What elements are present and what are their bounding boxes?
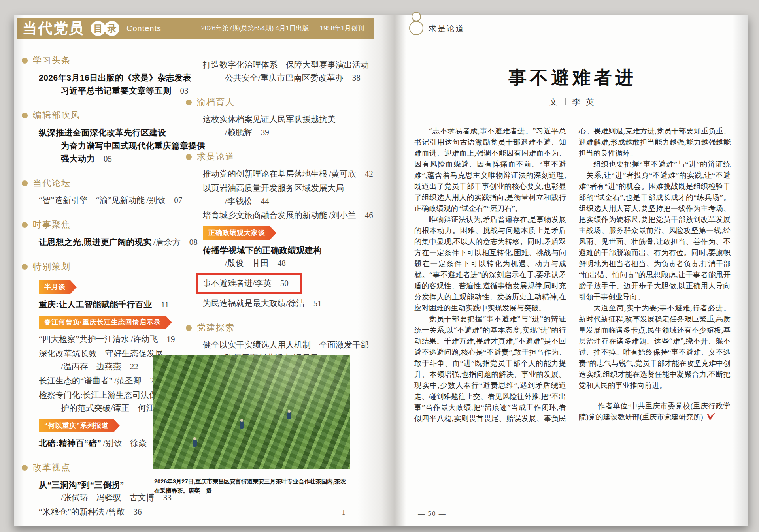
toc-entry: 从“三洞沟”到“三倒拐”/张侙瑃 冯驿驭 古文博33 xyxy=(22,478,164,504)
magazine-logo-icon xyxy=(706,412,716,422)
toc-entry: 培育城乡文旅商融合发展的新动能/刘小兰46 xyxy=(186,209,360,222)
contents-header-band: 当代党员 目 录 Contents 2026年第7期(总第654期) 4月1日出… xyxy=(17,18,374,39)
issue-line: 2026年第7期(总第654期) 4月1日出版 xyxy=(201,24,309,33)
article-paragraph: 组织也要把握“事不避难”与“进”的辩证统一关系,让“进”者投身“不避难”的实践,… xyxy=(579,159,731,303)
contents-english-label: Contents xyxy=(126,24,161,33)
article-title: 事不避难者进 xyxy=(414,66,731,90)
toc-entry-page: 05 xyxy=(104,152,112,165)
toc-entry-title: 2026年3月16日出版的《求是》杂志发表 xyxy=(39,71,191,84)
toc-entry-page: 51 xyxy=(313,297,322,310)
section-bullet-icon xyxy=(22,465,28,471)
toc-entry-line: 让思想之光,照进更广阔的现实/唐余方08 xyxy=(39,235,164,249)
byline-divider xyxy=(565,98,566,105)
toc-section: 特别策划 xyxy=(22,261,164,273)
left-page-number: — 1 — xyxy=(324,509,364,517)
toc-entry-page: 48 xyxy=(278,257,286,270)
toc-entry-page: 19 xyxy=(167,333,175,346)
toc-entry-title: /李钱松 xyxy=(225,195,252,208)
tea-rows-texture xyxy=(153,355,350,469)
magazine-brand-logo: 当代党员 xyxy=(22,19,85,38)
toc-badge: 春江何曾负·重庆长江生态回馈启示录 xyxy=(39,316,172,329)
toc-entry: 打造数字化治理体系 保障大型赛事演出活动公共安全/重庆市巴南区委改革办38 xyxy=(186,58,360,85)
toc-entry: “四大检察”共护一江清水/许幼飞19 xyxy=(22,333,164,346)
toc-entry-title: 北碚:精神百“碚” xyxy=(39,436,102,449)
toc-entry-title: 强大动力 xyxy=(61,152,95,165)
toc-circle-1: 目 xyxy=(91,21,106,36)
toc-entry-line: 以页岩油高质量开发服务区域发展大局 xyxy=(203,182,360,195)
toc-entry-line: “米粮仓”的新种法/曾敬36 xyxy=(39,506,164,519)
toc-entry: 传播学视域下的正确政绩观建构/殷俊 甘田48 xyxy=(186,244,360,270)
toc-entry-line: 北碚:精神百“碚”/别致 徐焱27 xyxy=(39,436,164,450)
section-bullet-icon xyxy=(186,325,192,331)
toc-entry-title: /赖鹏辉 xyxy=(225,126,252,139)
toc-entry-line: 2026年3月16日出版的《求是》杂志发表 xyxy=(39,71,164,84)
toc-section-label: 当代论坛 xyxy=(33,177,71,189)
tea-picker-figure xyxy=(193,440,197,447)
toc-section: 党建探索 xyxy=(186,322,360,334)
toc-badge: “何以重庆”系列报道 xyxy=(39,419,120,432)
section-bullet-icon xyxy=(186,154,192,160)
toc-entry-title: /温丙存 边燕燕 xyxy=(61,360,121,373)
toc-section-label: 学习头条 xyxy=(33,55,71,66)
article-paragraph: “志不求易者成,事不避难者进。”习近平总书记引用这句古语激励党员干部遇难不避、知… xyxy=(414,126,566,214)
toc-entry-title: 习近平总书记重要文章等五则 xyxy=(61,84,172,97)
toc-entry: 推动党的创新理论在基层落地生根/黄可欣42 xyxy=(186,167,360,180)
toc-entry-title: “四大检察”共护一江清水 xyxy=(39,333,129,346)
toc-entry-page: 46 xyxy=(365,209,373,222)
toc-entry-author: /范圣卿 xyxy=(114,374,142,387)
toc-section: 时事聚焦 xyxy=(22,219,164,231)
toc-entry: 为民造福就是最大政绩/徐洁51 xyxy=(186,297,360,310)
toc-entry-page: 39 xyxy=(261,126,269,139)
section-bullet-icon xyxy=(22,180,28,186)
toc-entry-author: /唐余方 xyxy=(153,236,181,249)
toc-entry-line: /张侙瑃 冯驿驭 古文博33 xyxy=(61,491,164,504)
toc-entry: 深化改革筑长效 守好生态促发展/温丙存 边燕燕22 xyxy=(22,347,164,373)
toc-entry-line: 检察专门化:长江上游生态司法保 xyxy=(39,389,164,402)
toc-entry-line: 护的范式突破/谭正 何江26 xyxy=(61,402,164,415)
toc-entry-line: 为奋力谱写中国式现代化重庆篇章提供 xyxy=(61,139,164,152)
byline-prefix: 文 xyxy=(549,97,559,107)
toc-entry-line: 这枚实体档案见证人民军队援越抗美 xyxy=(203,113,360,126)
toc-entry-title: 检察专门化:长江上游生态司法保 xyxy=(39,389,157,402)
toc-entry-title: 以页岩油高质量开发服务区域发展大局 xyxy=(203,182,344,195)
toc-entry-page: 22 xyxy=(130,360,138,373)
article-paragraph: 大道至简,实干为要;事不避难,行者必进。新时代新征程,改革发展稳定任务艰巨繁重,… xyxy=(579,303,731,391)
photo-caption-line2: 在采摘春茶。唐奕 摄 xyxy=(154,486,368,495)
section-bullet-icon xyxy=(22,264,28,270)
toc-entry-author: /别致 徐焱 xyxy=(103,437,147,450)
toc-entry-line: 事不避难者进/李英50 xyxy=(203,271,360,296)
toc-entry-title: 护的范式突破/谭正 何江 xyxy=(61,402,155,415)
toc-entry: 2026年3月16日出版的《求是》杂志发表习近平总书记重要文章等五则03 xyxy=(22,71,164,98)
toc-badge: 正确政绩观大家谈 xyxy=(203,226,276,240)
section-bullet-icon xyxy=(186,100,192,105)
toc-entry-line: 公共安全/重庆市巴南区委改革办38 xyxy=(225,71,360,85)
toc-entry-line: “智”造新引擎 “渝”见新动能/别致07 xyxy=(39,194,164,207)
toc-entry-title: 事不避难者进/李英 xyxy=(203,277,272,290)
toc-entry-author: /刘小兰 xyxy=(329,209,356,222)
toc-entry-title: 这枚实体档案见证人民军队援越抗美 xyxy=(203,113,336,126)
toc-entry-line: 强大动力05 xyxy=(61,152,164,165)
toc-entry-title: “智”造新引擎 “渝”见新动能 xyxy=(39,194,145,207)
highlight-red-box: 事不避难者进/李英50 xyxy=(196,273,302,294)
toc-entry-line: /李钱松44 xyxy=(225,195,360,208)
toc-section-label: 改革视点 xyxy=(33,462,71,474)
toc-entry-line: 重庆:让人工智能赋能千行百业11 xyxy=(39,298,164,311)
toc-entry-title: 纵深推进全面深化改革先行区建设 xyxy=(39,126,166,139)
magazine-spread-screenshot: 当代党员 目 录 Contents 2026年第7期(总第654期) 4月1日出… xyxy=(0,0,759,532)
toc-entry-title: 为奋力谱写中国式现代化重庆篇章提供 xyxy=(61,139,206,152)
toc-badge: 半月谈 xyxy=(39,280,77,294)
founded-line: 1958年1月创刊 xyxy=(320,24,364,33)
toc-entry-line: 推动党的创新理论在基层落地生根/黄可欣42 xyxy=(203,167,360,180)
toc-entry-line: /殷俊 甘田48 xyxy=(225,257,360,270)
toc-entry-page: 42 xyxy=(365,167,373,180)
right-page-number: — 50 — xyxy=(410,510,454,518)
tea-field-photo xyxy=(153,355,350,469)
toc-entry: “米粮仓”的新种法/曾敬36 xyxy=(22,506,164,519)
gourd-outline-icon xyxy=(407,10,425,38)
toc-section: 当代论坛 xyxy=(22,177,164,189)
article-byline: 文李 英 xyxy=(414,96,731,107)
toc-entry-author: /曾敬 xyxy=(106,506,125,519)
toc-section: 学习头条 xyxy=(22,55,164,66)
photo-caption-line1: 2026年3月27日,重庆市荣昌区安富街道荣安三月茶叶专业合作社茶园内,茶农 xyxy=(154,477,368,486)
toc-entry-page: 11 xyxy=(161,298,169,311)
